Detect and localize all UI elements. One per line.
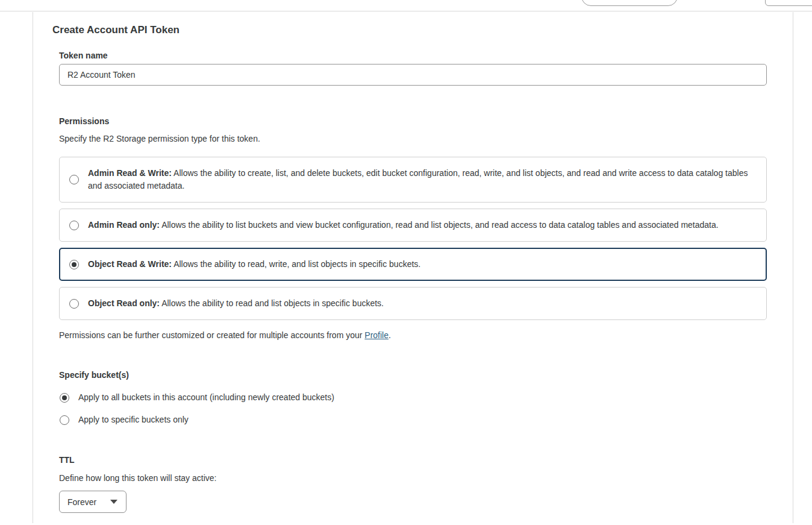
radio-icon	[69, 260, 79, 269]
ttl-selected-value: Forever	[67, 497, 96, 507]
permission-option-admin-read-write[interactable]: Admin Read & Write: Allows the ability t…	[59, 157, 767, 203]
permission-option-text: Admin Read only: Allows the ability to l…	[88, 219, 719, 231]
header-action-button[interactable]	[581, 0, 678, 6]
page-title: Create Account API Token	[52, 24, 766, 36]
ttl-description: Define how long this token will stay act…	[59, 473, 766, 483]
ttl-select[interactable]: Forever	[59, 491, 126, 513]
permission-option-object-read-only[interactable]: Object Read only: Allows the ability to …	[59, 287, 767, 320]
permissions-description: Specify the R2 Storage permission type f…	[59, 134, 766, 144]
permissions-option-list: Admin Read & Write: Allows the ability t…	[59, 157, 767, 320]
radio-icon	[69, 221, 79, 230]
token-name-input[interactable]	[59, 64, 767, 86]
specify-buckets-label: Specify bucket(s)	[59, 370, 766, 380]
permission-option-text: Object Read only: Allows the ability to …	[88, 297, 384, 310]
radio-icon	[60, 393, 69, 403]
token-name-label: Token name	[59, 51, 766, 61]
top-bar	[0, 0, 812, 11]
bucket-option-specific-buckets[interactable]: Apply to specific buckets only	[59, 415, 189, 425]
bucket-option-label: Apply to specific buckets only	[78, 415, 189, 425]
radio-icon	[69, 299, 79, 309]
permission-option-title: Object Read only:	[88, 298, 160, 308]
permission-option-title: Admin Read only:	[88, 220, 160, 230]
permissions-label: Permissions	[59, 116, 766, 127]
permission-option-description: Allows the ability to create, list, and …	[88, 168, 748, 190]
permissions-note-period: .	[389, 330, 391, 340]
permission-option-text: Object Read & Write: Allows the ability …	[88, 258, 420, 271]
permission-option-text: Admin Read & Write: Allows the ability t…	[88, 167, 757, 192]
permission-option-title: Object Read & Write:	[88, 259, 172, 269]
bucket-option-label: Apply to all buckets in this account (in…	[78, 392, 334, 403]
main-panel: Create Account API Token Token name Perm…	[33, 12, 793, 523]
bucket-option-all-buckets[interactable]: Apply to all buckets in this account (in…	[59, 392, 334, 403]
chevron-down-icon	[110, 500, 117, 504]
permission-option-object-read-write[interactable]: Object Read & Write: Allows the ability …	[59, 248, 767, 281]
ttl-label: TTL	[59, 455, 766, 465]
permissions-note-text: Permissions can be further customized or…	[59, 330, 362, 340]
header-secondary-button[interactable]	[765, 0, 812, 6]
permission-option-description: Allows the ability to read, write, and l…	[173, 259, 420, 269]
radio-icon	[69, 175, 79, 184]
permission-option-description: Allows the ability to list buckets and v…	[161, 220, 719, 230]
radio-icon	[60, 415, 69, 425]
permissions-note: Permissions can be further customized or…	[59, 330, 766, 341]
permission-option-title: Admin Read & Write:	[88, 168, 172, 178]
permission-option-description: Allows the ability to read and list obje…	[161, 298, 384, 308]
permission-option-admin-read-only[interactable]: Admin Read only: Allows the ability to l…	[59, 209, 767, 242]
profile-link[interactable]: Profile	[364, 330, 389, 340]
